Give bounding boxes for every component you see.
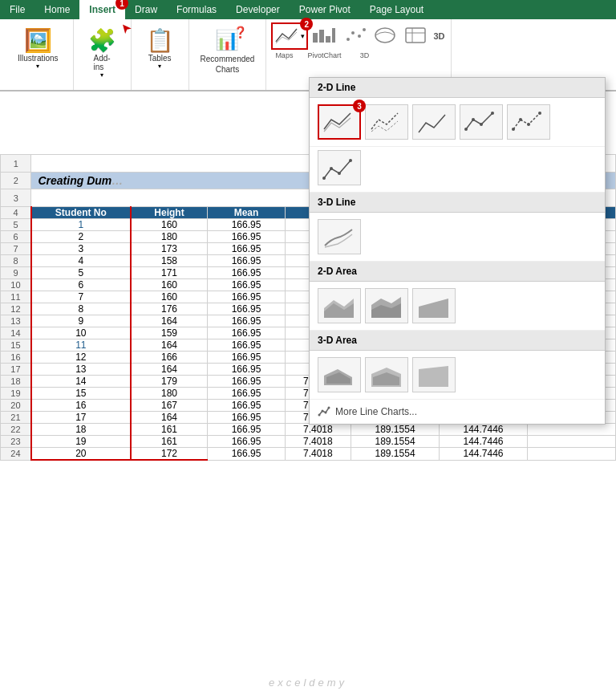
cell-height[interactable]: 160 — [131, 279, 208, 291]
3d-area-option-3[interactable] — [412, 357, 456, 392]
cell-student[interactable]: 15 — [31, 388, 131, 400]
cell-student[interactable]: 11 — [31, 339, 131, 352]
cell-student[interactable]: 2 — [31, 231, 131, 243]
cell-student[interactable]: 1 — [31, 219, 131, 231]
line-chart-option-2[interactable] — [365, 104, 408, 140]
cell-height[interactable]: 164 — [131, 339, 208, 352]
cell-e4[interactable] — [527, 448, 615, 461]
cell-height[interactable]: 160 — [131, 219, 208, 231]
cell-mean[interactable]: 166.95 — [208, 412, 285, 424]
cell-height[interactable]: 164 — [131, 364, 208, 376]
line-chart-option-5[interactable] — [507, 104, 550, 140]
recommended-charts-button[interactable]: 📊 ❓ RecommendedCharts — [196, 24, 260, 78]
cell-height[interactable]: 164 — [131, 315, 208, 327]
cell-student[interactable]: 13 — [31, 364, 131, 376]
cell-height[interactable]: 180 — [131, 231, 208, 243]
cell-mean[interactable]: 166.95 — [208, 315, 285, 327]
cell-mean[interactable]: 166.95 — [208, 448, 285, 461]
tables-button[interactable]: 📋 Tables ▾ — [140, 24, 180, 73]
cell-student[interactable]: 17 — [31, 412, 131, 424]
cell-e3[interactable]: 144.7446 — [440, 448, 528, 461]
area-chart-option-1[interactable] — [318, 288, 361, 323]
cell-height[interactable]: 159 — [131, 327, 208, 339]
cell-mean[interactable]: 166.95 — [208, 279, 285, 291]
3d-chart-button[interactable]: 3D — [432, 30, 446, 43]
line-chart-dropdown[interactable]: ▾ 2 — [271, 22, 308, 50]
cell-e4[interactable] — [527, 424, 615, 436]
cell-e1[interactable]: 7.4018 — [285, 436, 351, 448]
scatter-chart-button[interactable] — [340, 23, 369, 50]
cell-e3[interactable]: 144.7446 — [440, 436, 528, 448]
tab-insert[interactable]: Insert 1 — [79, 0, 125, 19]
line-chart-option-6[interactable] — [318, 150, 361, 185]
cell-student[interactable]: 9 — [31, 315, 131, 327]
line-chart-option-4[interactable] — [460, 104, 503, 140]
tab-draw[interactable]: Draw — [125, 0, 167, 19]
tab-file[interactable]: File — [0, 0, 34, 19]
cell-mean[interactable]: 166.95 — [208, 388, 285, 400]
cell-mean[interactable]: 166.95 — [208, 376, 285, 388]
map-chart-button[interactable] — [371, 23, 399, 50]
illustrations-button[interactable]: 🖼️ Illustrations ▾ — [11, 24, 65, 73]
cell-mean[interactable]: 166.95 — [208, 436, 285, 448]
area-chart-option-2[interactable] — [365, 288, 408, 323]
bar-chart-button[interactable] — [310, 23, 338, 50]
tab-home[interactable]: Home — [34, 0, 79, 19]
cell-e4[interactable] — [527, 436, 615, 448]
area-chart-option-3[interactable] — [412, 288, 456, 323]
cell-mean[interactable]: 166.95 — [208, 291, 285, 303]
cell-mean[interactable]: 166.95 — [208, 267, 285, 279]
cell-height[interactable]: 171 — [131, 267, 208, 279]
cell-mean[interactable]: 166.95 — [208, 231, 285, 243]
tab-developer[interactable]: Developer — [226, 0, 290, 19]
cell-height[interactable]: 180 — [131, 388, 208, 400]
cell-height[interactable]: 167 — [131, 400, 208, 412]
cell-mean[interactable]: 166.95 — [208, 339, 285, 352]
cell-student[interactable]: 8 — [31, 303, 131, 315]
cell-student[interactable]: 12 — [31, 352, 131, 364]
cell-e2[interactable]: 189.1554 — [351, 448, 440, 461]
cell-height[interactable]: 172 — [131, 448, 208, 461]
cell-mean[interactable]: 166.95 — [208, 352, 285, 364]
line-chart-option-1[interactable]: 3 — [318, 104, 361, 140]
cell-height[interactable]: 166 — [131, 352, 208, 364]
cell-student[interactable]: 16 — [31, 400, 131, 412]
tab-formulas[interactable]: Formulas — [167, 0, 226, 19]
add-ins-button[interactable]: 🧩 Add-ins ▾ — [82, 24, 123, 82]
cell-student[interactable]: 10 — [31, 327, 131, 339]
3d-area-option-2[interactable] — [365, 357, 408, 392]
cell-student[interactable]: 20 — [31, 448, 131, 461]
line-chart-option-3[interactable] — [412, 104, 456, 140]
cell-mean[interactable]: 166.95 — [208, 243, 285, 255]
cell-e2[interactable]: 189.1554 — [351, 436, 440, 448]
cell-mean[interactable]: 166.95 — [208, 424, 285, 436]
cell-student[interactable]: 7 — [31, 291, 131, 303]
cell-height[interactable]: 164 — [131, 412, 208, 424]
cell-height[interactable]: 173 — [131, 243, 208, 255]
more-line-charts-link[interactable]: More Line Charts... — [310, 400, 605, 424]
cell-height[interactable]: 176 — [131, 303, 208, 315]
3d-line-option-1[interactable] — [318, 219, 361, 254]
pivot-chart-button[interactable] — [401, 23, 430, 50]
3d-area-option-1[interactable] — [318, 357, 361, 392]
cell-mean[interactable]: 166.95 — [208, 364, 285, 376]
cell-student[interactable]: 19 — [31, 436, 131, 448]
cell-mean[interactable]: 166.95 — [208, 255, 285, 267]
cell-student[interactable]: 6 — [31, 279, 131, 291]
cell-e1[interactable]: 7.4018 — [285, 424, 351, 436]
cell-mean[interactable]: 166.95 — [208, 303, 285, 315]
cell-height[interactable]: 160 — [131, 291, 208, 303]
cell-e1[interactable]: 7.4018 — [285, 448, 351, 461]
cell-student[interactable]: 5 — [31, 267, 131, 279]
cell-height[interactable]: 161 — [131, 436, 208, 448]
cell-student[interactable]: 14 — [31, 376, 131, 388]
cell-student[interactable]: 4 — [31, 255, 131, 267]
cell-height[interactable]: 158 — [131, 255, 208, 267]
cell-mean[interactable]: 166.95 — [208, 400, 285, 412]
tab-power-pivot[interactable]: Power Pivot — [290, 0, 360, 19]
cell-height[interactable]: 179 — [131, 376, 208, 388]
cell-mean[interactable]: 166.95 — [208, 327, 285, 339]
cell-mean[interactable]: 166.95 — [208, 219, 285, 231]
cell-student[interactable]: 3 — [31, 243, 131, 255]
cell-student[interactable]: 18 — [31, 424, 131, 436]
